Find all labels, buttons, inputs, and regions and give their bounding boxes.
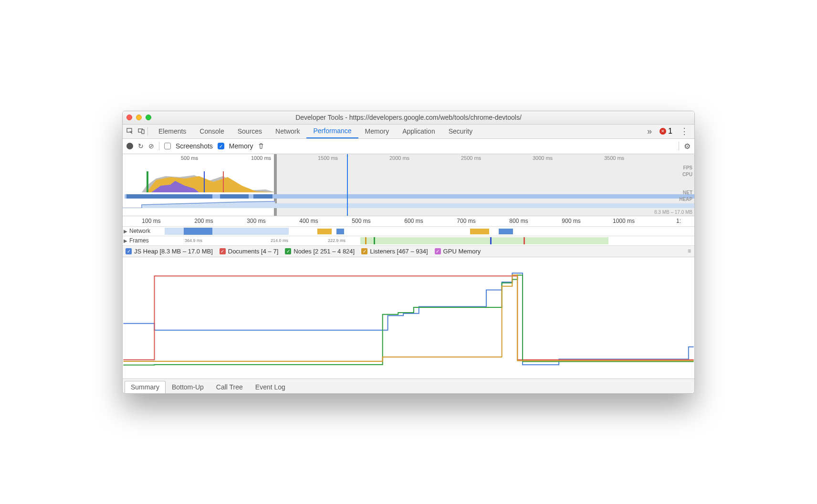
- legend-gpu-memory[interactable]: GPU Memory: [435, 248, 481, 255]
- legend-nodes[interactable]: Nodes [2 251 – 4 824]: [285, 248, 355, 255]
- memory-label: Memory: [229, 142, 253, 150]
- gc-button[interactable]: [258, 143, 264, 149]
- svg-rect-3: [147, 171, 148, 192]
- divider: [159, 142, 159, 150]
- overview-cpu-graph: [123, 171, 275, 192]
- tab-console[interactable]: Console: [193, 124, 230, 138]
- memory-chart[interactable]: [123, 257, 694, 379]
- checkbox-icon: [435, 248, 441, 254]
- error-icon: [660, 128, 666, 135]
- network-row-bars: [165, 227, 694, 236]
- traffic-lights: [126, 115, 151, 120]
- tab-elements[interactable]: Elements: [152, 124, 193, 138]
- legend-listeners[interactable]: Listeners [467 – 934]: [361, 248, 428, 255]
- checkbox-icon: [285, 248, 291, 254]
- legend-jsheap[interactable]: JS Heap [8.3 MB – 17.0 MB]: [126, 248, 213, 255]
- svg-rect-5: [223, 171, 224, 192]
- overview-timeline[interactable]: 500 ms 1000 ms 1500 ms 2000 ms 2500 ms 3…: [123, 154, 694, 216]
- memory-checkbox[interactable]: [218, 143, 224, 149]
- checkbox-icon: [220, 248, 226, 254]
- frames-row-bars: [165, 236, 694, 245]
- clear-button[interactable]: ⊘: [148, 142, 154, 150]
- tab-call-tree[interactable]: Call Tree: [210, 381, 249, 393]
- tab-event-log[interactable]: Event Log: [249, 381, 292, 393]
- screenshots-checkbox[interactable]: [164, 143, 171, 149]
- device-toggle-icon[interactable]: [136, 126, 147, 137]
- screenshots-label: Screenshots: [176, 142, 213, 150]
- tab-memory[interactable]: Memory: [358, 124, 396, 138]
- tab-application[interactable]: Application: [396, 124, 442, 138]
- checkbox-icon: [361, 248, 367, 254]
- frames-row-label: Frames: [129, 237, 149, 244]
- network-track-row[interactable]: ▶ Network: [123, 227, 694, 236]
- devtools-window: Developer Tools - https://developers.goo…: [122, 111, 695, 394]
- frames-track-row[interactable]: ▶ Frames 364.9 ms 214.0 ms 222.9 ms: [123, 236, 694, 246]
- overview-heap-track: [123, 198, 694, 208]
- tab-sources[interactable]: Sources: [231, 124, 269, 138]
- legend-documents[interactable]: Documents [4 – 7]: [220, 248, 279, 255]
- network-row-label: Network: [129, 228, 150, 234]
- svg-rect-4: [204, 171, 205, 192]
- error-count-badge[interactable]: 1: [660, 127, 672, 136]
- legend-menu-icon[interactable]: ≡: [688, 248, 691, 254]
- panel-tabs: Elements Console Sources Network Perform…: [152, 124, 643, 138]
- tab-bottom-up[interactable]: Bottom-Up: [166, 381, 210, 393]
- memory-legend: JS Heap [8.3 MB – 17.0 MB] Documents [4 …: [123, 246, 694, 257]
- zoom-window-button[interactable]: [146, 115, 151, 120]
- reload-record-button[interactable]: ↻: [138, 142, 144, 150]
- overview-heap-range: 8.3 MB – 17.0 MB: [654, 210, 692, 215]
- window-title: Developer Tools - https://developers.goo…: [123, 114, 694, 121]
- error-count: 1: [668, 127, 672, 136]
- detail-time-ruler[interactable]: 100 ms 200 ms 300 ms 400 ms 500 ms 600 m…: [123, 216, 694, 227]
- performance-toolbar: ↻ ⊘ Screenshots Memory ⚙: [123, 139, 694, 154]
- capture-settings-icon[interactable]: ⚙: [684, 142, 691, 151]
- details-tabs: Summary Bottom-Up Call Tree Event Log: [123, 379, 694, 393]
- divider: [147, 127, 148, 136]
- window-titlebar: Developer Tools - https://developers.goo…: [123, 111, 694, 125]
- inspect-element-icon[interactable]: [125, 126, 136, 137]
- divider: [679, 142, 679, 150]
- disclosure-triangle-icon[interactable]: ▶: [124, 238, 127, 243]
- overview-playhead[interactable]: [347, 154, 348, 216]
- svg-rect-2: [142, 130, 144, 134]
- checkbox-icon: [126, 248, 132, 254]
- more-tabs-icon[interactable]: »: [643, 126, 656, 136]
- tab-security[interactable]: Security: [442, 124, 480, 138]
- tab-summary[interactable]: Summary: [125, 381, 166, 393]
- close-window-button[interactable]: [126, 115, 132, 120]
- minimize-window-button[interactable]: [136, 115, 142, 120]
- disclosure-triangle-icon[interactable]: ▶: [124, 229, 127, 234]
- record-button[interactable]: [126, 143, 133, 149]
- devtools-tabbar: Elements Console Sources Network Perform…: [123, 125, 694, 139]
- tab-network[interactable]: Network: [269, 124, 306, 138]
- overview-track-labels: FPS CPU NET HEAP: [679, 165, 692, 203]
- settings-menu-icon[interactable]: ⋮: [676, 126, 692, 136]
- tab-performance[interactable]: Performance: [306, 124, 358, 138]
